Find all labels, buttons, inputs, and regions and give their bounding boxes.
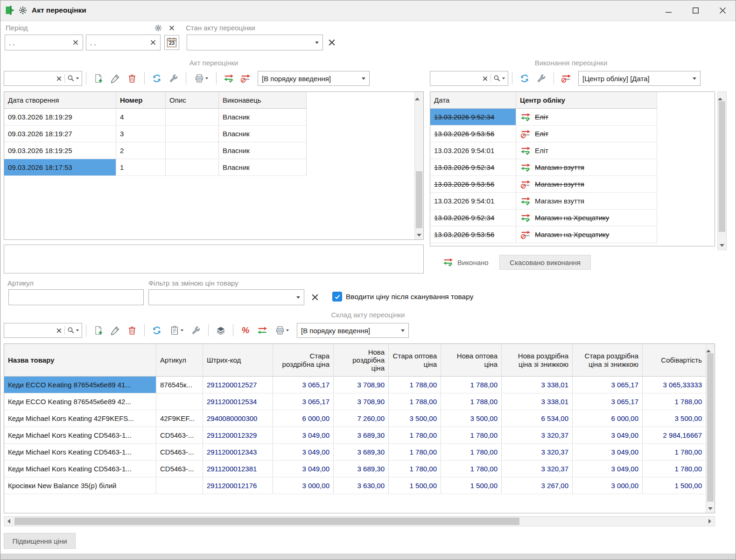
cell[interactable]: 42F9KEF...	[156, 410, 203, 427]
cell[interactable]: 3 065,33333	[643, 377, 706, 393]
date-from-clear-icon[interactable]	[72, 39, 79, 46]
cell[interactable]: 3 320,37	[502, 461, 573, 477]
items-row[interactable]: Кеди ECCO Keating 876545к6е89 42... 2911…	[4, 393, 706, 410]
cell[interactable]: 3 000,00	[273, 477, 334, 494]
column-header[interactable]: Нова роздрібна ціна зі знижкою	[502, 344, 573, 376]
minimize-button[interactable]	[655, 0, 682, 21]
column-header[interactable]: Дата	[430, 92, 516, 108]
cell[interactable]: Магазин взуття	[516, 176, 657, 192]
execution-row[interactable]: 13.03.2026 9:53:56 Магазин на Хрещатику	[430, 226, 657, 243]
cell[interactable]: Еліт	[516, 126, 657, 142]
cell[interactable]: 3 500,00	[389, 410, 441, 427]
scrollbar-thumb[interactable]	[14, 518, 519, 525]
column-header[interactable]: Назва товару	[4, 344, 156, 376]
add-button[interactable]	[90, 70, 107, 86]
cell[interactable]: 3 630,00	[334, 477, 389, 494]
items-row[interactable]: Кеди Michael Kors Keating CD5463-1... CD…	[4, 427, 706, 444]
scroll-down-button[interactable]	[415, 231, 423, 239]
cell[interactable]: Кеди Michael Kors Keating 42F9KEFS...	[4, 410, 156, 427]
cell[interactable]: Кросівки New Balance 35(р) білий	[4, 477, 156, 494]
execution-row[interactable]: 13.03.2026 9:52:34 Магазин на Хрещатику	[430, 210, 657, 226]
cell[interactable]: 1	[116, 159, 166, 175]
column-header[interactable]: Собівартість	[643, 344, 706, 376]
cell[interactable]: 13.03.2026 9:54:01	[430, 142, 516, 159]
acts-row[interactable]: 09.03.2026 18:19:25 2 Власник	[4, 142, 307, 159]
acts-description-box[interactable]	[4, 245, 424, 273]
execution-row[interactable]: 13.03.2026 9:54:01 Магазин взуття	[430, 193, 657, 210]
acts-vertical-scrollbar[interactable]	[414, 92, 423, 239]
cell[interactable]: Магазин на Хрещатику	[516, 226, 657, 243]
column-header[interactable]: Номер	[116, 92, 166, 108]
article-input[interactable]	[8, 289, 144, 305]
scrollbar-thumb[interactable]	[719, 101, 725, 232]
items-row[interactable]: Кеди Michael Kors Keating 42F9KEFS... 42…	[4, 410, 706, 427]
cell[interactable]: 2 984,16667	[643, 427, 706, 443]
scrollbar-thumb[interactable]	[416, 171, 422, 228]
cell[interactable]: 3 689,30	[334, 444, 389, 460]
execution-sort-select[interactable]: [Центр обліку] [Дата]	[578, 71, 701, 86]
items-horizontal-scrollbar[interactable]	[4, 516, 715, 526]
cell[interactable]: 1 780,00	[389, 427, 441, 443]
period-gear-icon[interactable]	[154, 24, 162, 32]
add-button[interactable]	[90, 322, 107, 338]
acts-row[interactable]: 09.03.2026 18:19:27 3 Власник	[4, 126, 307, 142]
cell[interactable]: 3 338,01	[502, 377, 573, 393]
acts-row-selected[interactable]: 09.03.2026 18:17:53 1 Власник	[4, 159, 307, 176]
items-row-selected[interactable]: Кеди ECCO Keating 876545к6е89 41... 8765…	[4, 377, 706, 393]
cell[interactable]: Магазин взуття	[516, 193, 657, 209]
cell[interactable]: 13.03.2026 9:53:56	[430, 126, 516, 142]
cancel-execution-button[interactable]	[237, 70, 254, 86]
cell[interactable]: Кеди ECCO Keating 876545к6е89 41...	[4, 377, 156, 393]
cell[interactable]: 6 534,00	[502, 410, 573, 427]
column-header[interactable]: Штрих-код	[203, 344, 273, 376]
date-to-clear-icon[interactable]	[150, 39, 156, 46]
execute-revaluation-button[interactable]	[220, 70, 237, 86]
search-icon[interactable]	[67, 75, 75, 82]
cell[interactable]: CD5463-...	[156, 461, 203, 477]
execution-vertical-scrollbar[interactable]	[717, 91, 727, 250]
cell[interactable]: 4	[116, 109, 166, 125]
cell[interactable]: 3	[116, 126, 166, 142]
cell[interactable]: 2911200012381	[203, 461, 273, 477]
cell[interactable]: 1 788,00	[643, 393, 706, 410]
items-search-input[interactable]	[4, 323, 82, 338]
date-to-input[interactable]: . .	[86, 35, 161, 50]
cell[interactable]: 3 500,00	[441, 410, 502, 427]
cell[interactable]: 09.03.2026 18:19:29	[4, 109, 116, 125]
cell[interactable]: 876545к...	[156, 377, 203, 393]
scroll-down-button[interactable]	[718, 241, 726, 250]
execution-row[interactable]: 13.03.2026 9:54:01 Еліт	[430, 142, 657, 159]
executed-filter-button[interactable]: Виконано	[438, 255, 493, 270]
scan-price-checkbox-label[interactable]: Вводити ціну після сканування товару	[346, 293, 473, 301]
cell[interactable]	[166, 142, 219, 159]
refresh-button[interactable]	[148, 70, 165, 86]
settings-wrench-button[interactable]	[165, 70, 182, 86]
cell[interactable]: 2911200012329	[203, 427, 273, 443]
state-clear-icon[interactable]	[328, 38, 336, 47]
cell[interactable]: 3 065,17	[573, 393, 643, 410]
column-header[interactable]: Центр обліку	[516, 92, 657, 108]
cell[interactable]: 1 500,00	[643, 477, 706, 494]
cell[interactable]: 2	[116, 142, 166, 159]
cell[interactable]: Магазин взуття	[516, 159, 657, 175]
cell[interactable]: 1 780,00	[643, 461, 706, 477]
price-filter-clear-icon[interactable]	[311, 293, 319, 301]
column-header[interactable]: Стара оптова ціна	[389, 344, 441, 376]
edit-button[interactable]	[107, 70, 124, 86]
cell[interactable]: 3 689,30	[334, 427, 389, 443]
cell[interactable]: 3 049,00	[273, 444, 334, 460]
calendar-button[interactable]: 23	[164, 35, 179, 50]
paste-clipboard-button[interactable]	[165, 322, 188, 338]
execution-row[interactable]: 13.03.2026 9:53:56 Еліт	[430, 126, 657, 142]
cell[interactable]: 3 000,00	[573, 477, 643, 494]
column-header[interactable]: Артикул	[156, 344, 203, 376]
cell[interactable]: 1 780,00	[389, 461, 441, 477]
cell[interactable]: 1 500,00	[389, 477, 441, 494]
print-button[interactable]	[190, 70, 212, 86]
cell[interactable]: 3 320,37	[502, 444, 573, 460]
cell[interactable]: Власник	[219, 142, 307, 159]
cell[interactable]: Кеди ECCO Keating 876545к6е89 42...	[4, 393, 156, 410]
layers-button[interactable]	[212, 322, 229, 338]
print-button[interactable]	[271, 322, 293, 338]
scroll-right-button[interactable]	[705, 517, 715, 526]
